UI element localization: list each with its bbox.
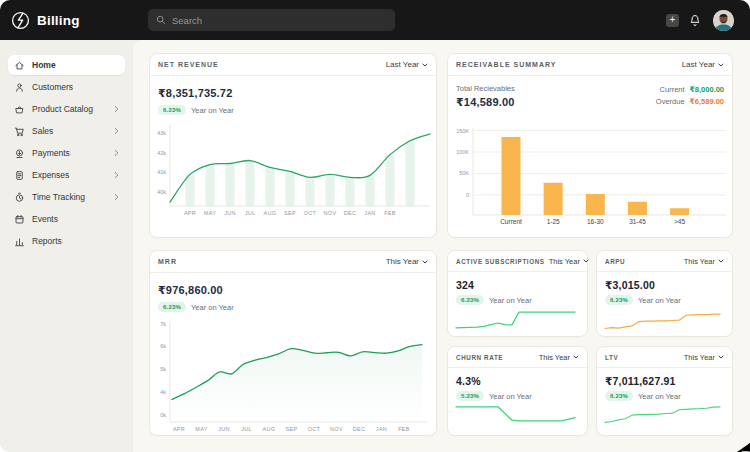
- expenses-icon: [14, 170, 25, 181]
- card-header: ARPU This Year: [597, 251, 732, 272]
- svg-text:JUN: JUN: [218, 426, 230, 432]
- chevron-down-icon: [422, 63, 428, 67]
- sidebar-item-home[interactable]: Home: [8, 55, 125, 75]
- period-label: This Year: [539, 353, 570, 362]
- net-revenue-meta: 6.23% Year on Year: [150, 105, 436, 115]
- svg-text:DEC: DEC: [353, 426, 366, 432]
- main-content: NET REVENUE Last Year ₹8,351,735.72 6.23…: [133, 40, 750, 452]
- badge-caption: Year on Year: [191, 303, 234, 312]
- current-row: Current₹8,000.00: [656, 85, 724, 94]
- billing-logo-icon[interactable]: [11, 11, 30, 30]
- receivable-period-dropdown[interactable]: Last Year: [682, 60, 724, 69]
- events-icon: [14, 214, 25, 225]
- sidebar-item-reports[interactable]: Reports: [8, 231, 125, 251]
- sidebar-item-time-tracking[interactable]: Time Tracking: [8, 187, 125, 207]
- svg-text:42k: 42k: [157, 150, 166, 156]
- chevron-down-icon: [573, 355, 579, 359]
- app-body: HomeCustomersProduct CatalogSalesPayment…: [0, 40, 750, 452]
- arpu-sparkline: [603, 307, 722, 333]
- sidebar-item-label: Expenses: [32, 170, 69, 180]
- overdue-row: Overdue₹6,589.00: [656, 97, 724, 106]
- chevron-right-icon: [114, 127, 119, 135]
- sidebar-item-label: Product Catalog: [32, 104, 93, 114]
- sidebar-item-payments[interactable]: Payments: [8, 143, 125, 163]
- net-revenue-chart: 40k41k42k43kAPRMAYJUNJULAUGSEPOCTNOVDECJ…: [150, 118, 436, 226]
- sidebar-item-customers[interactable]: Customers: [8, 77, 125, 97]
- quick-create-button[interactable]: +: [666, 14, 679, 27]
- svg-text:AUG: AUG: [263, 426, 276, 432]
- badge-caption: Year on Year: [191, 106, 234, 115]
- arpu-period-dropdown[interactable]: This Year: [684, 257, 724, 266]
- ltv-value: ₹7,011,627.91: [597, 375, 732, 387]
- receivable-summary-card: RECEIVABLE SUMMARY Last Year Total Recie…: [447, 53, 733, 238]
- churn-rate-card: CHURN RATE This Year 4.3% 5.23% Year on …: [447, 346, 588, 436]
- ltv-card: LTV This Year ₹7,011,627.91 6.23% Year o…: [596, 346, 733, 436]
- active-subscriptions-card: ACTIVE SUBSCRIPTIONS This Year 324 6.23%…: [447, 250, 588, 337]
- user-avatar[interactable]: [713, 10, 734, 31]
- chevron-right-icon: [114, 171, 119, 179]
- svg-text:NOV: NOV: [330, 426, 343, 432]
- sidebar-item-expenses[interactable]: Expenses: [8, 165, 125, 185]
- sidebar-nav: HomeCustomersProduct CatalogSalesPayment…: [0, 40, 133, 452]
- chevron-down-icon: [718, 63, 724, 67]
- svg-text:JUL: JUL: [245, 210, 256, 216]
- card-header: ACTIVE SUBSCRIPTIONS This Year: [448, 251, 587, 272]
- churn-rate-period-dropdown[interactable]: This Year: [539, 353, 579, 362]
- mouse-cursor: [737, 443, 750, 452]
- chevron-right-icon: [114, 105, 119, 113]
- current-label: Current: [660, 85, 685, 94]
- search-icon: [156, 15, 166, 25]
- notifications-bell-icon[interactable]: [689, 14, 701, 27]
- mrr-period-dropdown[interactable]: This Year: [386, 257, 428, 266]
- net-revenue-title: NET REVENUE: [158, 61, 219, 68]
- customers-icon: [14, 82, 25, 93]
- svg-text:FEB: FEB: [398, 426, 410, 432]
- sidebar-item-events[interactable]: Events: [8, 209, 125, 229]
- ltv-sparkline: [603, 400, 722, 426]
- svg-text:APR: APR: [184, 210, 196, 216]
- svg-text:4k: 4k: [160, 389, 166, 395]
- sidebar-item-product-catalog[interactable]: Product Catalog: [8, 99, 125, 119]
- mrr-card: MRR This Year ₹976,860.00 6.23% Year on …: [149, 250, 437, 436]
- time-tracking-icon: [14, 192, 25, 203]
- overdue-value: ₹6,589.00: [690, 97, 724, 106]
- net-revenue-period-dropdown[interactable]: Last Year: [386, 60, 428, 69]
- chevron-down-icon: [583, 259, 589, 263]
- sidebar-item-sales[interactable]: Sales: [8, 121, 125, 141]
- svg-text:SEP: SEP: [284, 210, 296, 216]
- total-receivables-value: ₹14,589.00: [456, 96, 515, 109]
- current-value: ₹8,000.00: [690, 85, 724, 94]
- receivable-breakdown: Current₹8,000.00 Overdue₹6,589.00: [656, 85, 724, 106]
- period-label: This Year: [549, 257, 580, 266]
- svg-text:1-25: 1-25: [547, 218, 560, 225]
- svg-text:6k: 6k: [160, 343, 166, 349]
- svg-text:7k: 7k: [160, 321, 166, 327]
- sidebar-item-label: Time Tracking: [32, 192, 85, 202]
- svg-text:Current: Current: [500, 218, 522, 225]
- chevron-down-icon: [422, 260, 428, 264]
- active-subscriptions-title: ACTIVE SUBSCRIPTIONS: [456, 258, 545, 265]
- svg-text:JUN: JUN: [224, 210, 236, 216]
- svg-text:5k: 5k: [160, 366, 166, 372]
- period-label: Last Year: [682, 60, 715, 69]
- chevron-down-icon: [718, 259, 724, 263]
- sidebar-item-label: Payments: [32, 148, 70, 158]
- net-revenue-value: ₹8,351,735.72: [150, 87, 436, 100]
- svg-text:APR: APR: [173, 426, 185, 432]
- growth-badge: 6.23%: [605, 295, 633, 305]
- svg-text:150K: 150K: [456, 128, 469, 134]
- svg-text:40k: 40k: [157, 189, 166, 195]
- search-input[interactable]: Search: [148, 9, 395, 31]
- growth-badge: 6.23%: [158, 302, 186, 312]
- mrr-meta: 6.23% Year on Year: [150, 302, 436, 312]
- receivable-totals: Total Recievables ₹14,589.00 Current₹8,0…: [448, 76, 732, 109]
- sidebar-item-label: Reports: [32, 236, 62, 246]
- active-subscriptions-period-dropdown[interactable]: This Year: [549, 257, 589, 266]
- arpu-title: ARPU: [605, 258, 625, 265]
- svg-text:OCT: OCT: [308, 426, 321, 432]
- search-placeholder: Search: [172, 15, 202, 26]
- svg-text:41k: 41k: [157, 169, 166, 175]
- active-subscriptions-sparkline: [454, 307, 577, 333]
- card-header: NET REVENUE Last Year: [150, 54, 436, 76]
- ltv-period-dropdown[interactable]: This Year: [684, 353, 724, 362]
